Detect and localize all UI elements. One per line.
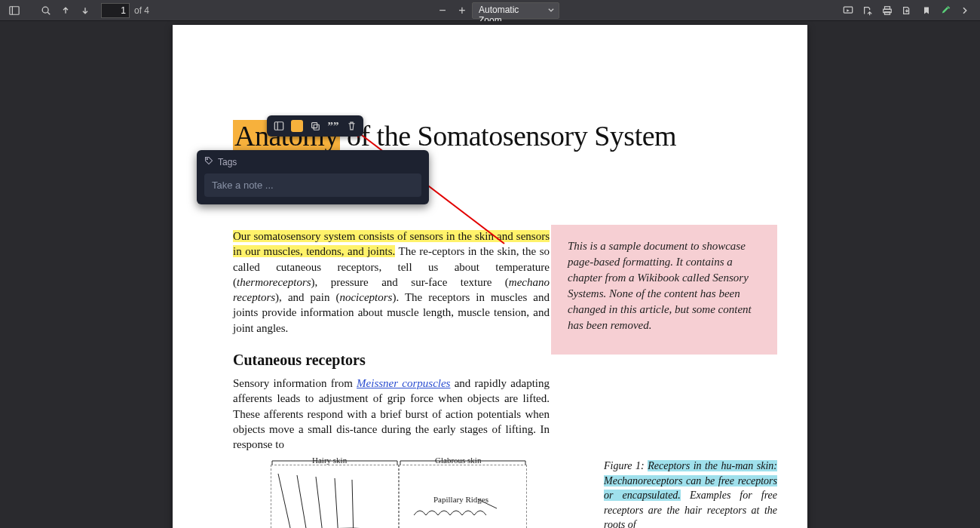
print-button[interactable] bbox=[877, 2, 897, 20]
paragraph-2: Sensory information from Meissner corpus… bbox=[233, 376, 550, 452]
paragraph-1: Our somatosensory system consists of sen… bbox=[233, 229, 550, 336]
open-file-button[interactable] bbox=[858, 2, 877, 20]
zoom-select-label: Automatic Zoom bbox=[472, 2, 559, 19]
svg-line-14 bbox=[278, 474, 293, 528]
meissner-link[interactable]: Meissner corpuscles bbox=[357, 377, 450, 389]
zoom-in-button[interactable]: + bbox=[452, 2, 472, 20]
tools-button[interactable] bbox=[956, 2, 975, 20]
prev-page-button[interactable] bbox=[56, 2, 75, 20]
svg-line-15 bbox=[297, 475, 308, 528]
page-count-label: of 4 bbox=[134, 5, 149, 16]
svg-point-12 bbox=[207, 158, 208, 160]
title-rest: of the Somatosensory System bbox=[340, 120, 676, 152]
annotation-note-panel: Tags bbox=[197, 150, 429, 204]
figure-svg bbox=[263, 451, 565, 528]
heading-cutaneous: Cutaneous receptors bbox=[233, 351, 366, 369]
zoom-select[interactable]: Automatic Zoom bbox=[472, 2, 559, 19]
annotation-delete-button[interactable] bbox=[344, 118, 359, 134]
annotation-sidebar-icon[interactable] bbox=[271, 118, 286, 134]
page-number-input[interactable] bbox=[101, 3, 130, 18]
download-button[interactable] bbox=[897, 2, 917, 20]
quote-icon: ”” bbox=[328, 120, 339, 133]
color-swatch-icon bbox=[291, 120, 303, 132]
info-sidebox: This is a sample document to showcase pa… bbox=[551, 225, 777, 355]
svg-rect-0 bbox=[10, 6, 19, 14]
tags-label: Tags bbox=[218, 157, 237, 167]
figure-1-caption: Figure 1: Receptors in the hu-man skin: … bbox=[604, 459, 777, 528]
annotation-color-button[interactable] bbox=[289, 118, 305, 134]
zoom-out-button[interactable]: − bbox=[433, 2, 452, 20]
svg-line-16 bbox=[316, 477, 323, 528]
find-button[interactable] bbox=[36, 2, 56, 20]
annotation-toolbar: ”” bbox=[267, 115, 363, 137]
tag-icon bbox=[204, 156, 213, 167]
annotation-quote-button[interactable]: ”” bbox=[326, 118, 341, 134]
figure-1-diagram: Hairy skin Glabrous skin Papillary Ridge… bbox=[263, 451, 565, 528]
svg-rect-11 bbox=[314, 124, 319, 130]
bookmark-button[interactable] bbox=[917, 2, 936, 20]
svg-rect-10 bbox=[312, 123, 317, 128]
pdf-page: Anatomy of the Somatosensory System ”” bbox=[173, 25, 807, 528]
svg-line-18 bbox=[352, 480, 354, 528]
annotation-note-input[interactable] bbox=[204, 173, 421, 197]
svg-point-2 bbox=[42, 7, 48, 13]
pdf-viewer[interactable]: Anatomy of the Somatosensory System ”” bbox=[0, 21, 980, 528]
highlighter-button[interactable] bbox=[936, 2, 956, 20]
presentation-button[interactable] bbox=[838, 2, 858, 20]
annotation-tags-row[interactable]: Tags bbox=[204, 156, 421, 167]
svg-line-17 bbox=[335, 478, 338, 528]
svg-rect-7 bbox=[885, 11, 890, 14]
svg-line-3 bbox=[47, 12, 50, 14]
pdf-toolbar: of 4 − + Automatic Zoom bbox=[0, 0, 980, 21]
svg-rect-8 bbox=[274, 122, 283, 130]
sidebar-toggle-button[interactable] bbox=[5, 2, 24, 20]
annotation-copy-button[interactable] bbox=[308, 118, 323, 134]
next-page-button[interactable] bbox=[75, 2, 95, 20]
